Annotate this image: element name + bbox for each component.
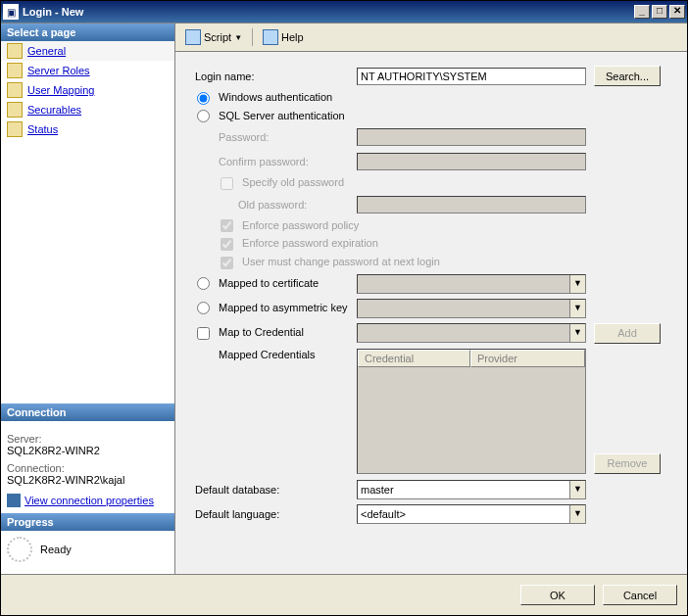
view-connection-properties-link[interactable]: View connection properties	[7, 494, 169, 507]
help-button[interactable]: Help	[259, 27, 308, 47]
link-icon	[7, 494, 21, 507]
help-label: Help	[281, 31, 304, 43]
page-icon	[7, 102, 23, 118]
cancel-button[interactable]: Cancel	[603, 585, 677, 605]
page-icon	[7, 82, 23, 98]
default-language-combo[interactable]: <default>▼	[357, 504, 586, 524]
mapped-credentials-label: Mapped Credentials	[195, 349, 357, 360]
default-database-combo[interactable]: master▼	[357, 480, 586, 499]
separator	[252, 28, 253, 46]
mapped-credentials-table: Credential Provider	[357, 349, 586, 474]
page-label: Securables	[27, 104, 81, 116]
mapped-cert-radio[interactable]: Mapped to certificate	[195, 277, 357, 291]
th-credential: Credential	[358, 350, 470, 367]
password-input	[357, 128, 586, 146]
sidebar-item-general[interactable]: General	[1, 41, 174, 61]
chevron-down-icon: ▼	[569, 324, 585, 342]
ok-button[interactable]: OK	[520, 585, 595, 605]
progress-header: Progress	[1, 513, 174, 531]
confirm-password-input	[357, 153, 586, 170]
sidebar-item-user-mapping[interactable]: User Mapping	[1, 80, 174, 100]
mapped-asym-radio[interactable]: Mapped to asymmetric key	[195, 302, 357, 315]
connection-value: SQL2K8R2-WINR2\kajal	[7, 474, 169, 486]
th-provider: Provider	[470, 350, 585, 367]
chevron-down-icon: ▼	[569, 275, 585, 293]
page-label: Status	[27, 123, 58, 135]
maximize-button[interactable]: □	[652, 5, 667, 19]
view-connection-text: View connection properties	[25, 495, 154, 506]
map-credential-checkbox[interactable]: Map to Credential	[195, 326, 357, 340]
specify-old-password-checkbox: Specify old password	[219, 176, 344, 188]
page-icon	[7, 63, 23, 78]
toolbar: Script ▼ Help	[175, 24, 687, 52]
page-label: General	[27, 45, 66, 57]
add-button: Add	[594, 323, 661, 344]
enforce-policy-checkbox: Enforce password policy	[219, 219, 359, 231]
sidebar-item-securables[interactable]: Securables	[1, 100, 174, 119]
footer: OK Cancel	[1, 574, 687, 615]
close-button[interactable]: ✕	[669, 5, 685, 19]
page-label: User Mapping	[27, 84, 94, 96]
script-icon	[185, 29, 201, 45]
windows-auth-radio[interactable]: Windows authentication	[195, 91, 332, 103]
page-icon	[7, 43, 23, 59]
server-value: SQL2K8R2-WINR2	[7, 445, 169, 456]
certificate-combo: ▼	[357, 274, 586, 294]
sidebar-item-status[interactable]: Status	[1, 119, 174, 139]
search-button[interactable]: Search...	[594, 66, 661, 86]
help-icon	[263, 29, 278, 45]
script-button[interactable]: Script ▼	[181, 27, 246, 47]
chevron-down-icon: ▼	[569, 505, 585, 523]
asymmetric-key-combo: ▼	[357, 299, 586, 318]
script-label: Script	[204, 31, 231, 43]
enforce-expiration-checkbox: Enforce password expiration	[219, 237, 378, 249]
chevron-down-icon: ▼	[569, 481, 585, 498]
chevron-down-icon: ▼	[234, 33, 242, 42]
page-list: General Server Roles User Mapping Secura…	[1, 41, 174, 139]
window-title: Login - New	[23, 6, 632, 18]
server-label: Server:	[7, 433, 169, 445]
confirm-password-label: Confirm password:	[195, 156, 357, 167]
connection-header: Connection	[1, 403, 174, 421]
connection-label: Connection:	[7, 462, 169, 474]
page-icon	[7, 121, 23, 137]
old-password-input	[357, 196, 586, 213]
minimize-button[interactable]: _	[634, 5, 650, 19]
titlebar[interactable]: ▣ Login - New _ □ ✕	[1, 1, 687, 23]
remove-button: Remove	[594, 453, 661, 474]
progress-ring-icon	[7, 537, 32, 562]
progress-status: Ready	[40, 544, 72, 555]
sidebar-item-server-roles[interactable]: Server Roles	[1, 61, 174, 80]
old-password-label: Old password:	[195, 199, 357, 211]
credential-combo: ▼	[357, 323, 586, 343]
default-lang-label: Default language:	[195, 508, 357, 520]
app-icon: ▣	[3, 4, 19, 20]
login-name-input[interactable]	[357, 68, 586, 85]
login-name-label: Login name:	[195, 71, 357, 82]
default-db-label: Default database:	[195, 484, 357, 496]
password-label: Password:	[195, 131, 357, 143]
select-page-header: Select a page	[1, 24, 174, 41]
chevron-down-icon: ▼	[569, 300, 585, 317]
must-change-checkbox: User must change password at next login	[219, 256, 440, 267]
page-label: Server Roles	[27, 65, 90, 76]
sql-auth-radio[interactable]: SQL Server authentication	[195, 110, 345, 121]
